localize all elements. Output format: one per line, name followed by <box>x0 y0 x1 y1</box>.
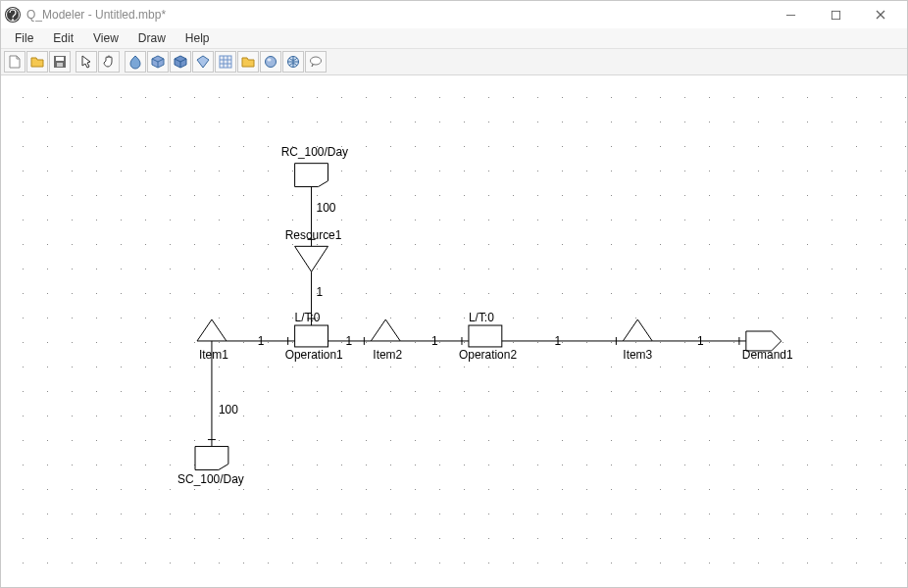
node-item1[interactable] <box>197 319 227 341</box>
node-item2[interactable] <box>371 319 400 341</box>
node-sc[interactable] <box>195 447 228 470</box>
toolbar-sphere-icon[interactable] <box>260 51 281 73</box>
menu-bar: File Edit View Draw Help <box>1 28 907 49</box>
menu-edit[interactable]: Edit <box>43 29 83 47</box>
label-op1: Operation1 <box>285 348 343 362</box>
node-op1[interactable] <box>295 325 328 347</box>
minimize-button[interactable] <box>768 1 813 28</box>
maximize-button[interactable] <box>813 1 858 28</box>
toolbar-shape-drop-icon[interactable] <box>125 51 146 73</box>
svg-point-11 <box>268 59 272 62</box>
edge-label-op2-item3: 1 <box>555 334 562 348</box>
node-resource[interactable] <box>295 246 328 271</box>
title-bar: Q_Modeler - Untitled.mbp* <box>1 1 907 28</box>
toolbar-open-button[interactable] <box>26 51 48 73</box>
svg-point-10 <box>266 57 277 68</box>
toolbar-pan-button[interactable] <box>98 51 120 73</box>
toolbar-globe-icon[interactable] <box>282 51 304 73</box>
edge-label-res-op1: 1 <box>317 285 324 299</box>
node-item3[interactable] <box>623 319 652 341</box>
svg-rect-9 <box>220 56 231 68</box>
close-button[interactable] <box>858 1 903 28</box>
label-sc: SC_100/Day <box>177 472 244 486</box>
toolbar-pointer-button[interactable] <box>76 51 97 73</box>
svg-rect-7 <box>56 57 64 61</box>
node-rc[interactable] <box>295 164 328 187</box>
svg-rect-3 <box>832 11 839 19</box>
menu-draw[interactable]: Draw <box>128 29 176 47</box>
edge-label-item1-op1: 1 <box>258 334 265 348</box>
app-icon <box>5 7 21 23</box>
toolbar-bubble-icon[interactable] <box>305 51 327 73</box>
menu-view[interactable]: View <box>83 29 128 47</box>
menu-help[interactable]: Help <box>176 29 220 47</box>
label-item3: Item3 <box>623 348 652 362</box>
toolbar <box>1 49 907 75</box>
edge-label-op1-item2: 1 <box>345 334 352 348</box>
edge-label-rc-res: 100 <box>317 201 336 215</box>
label-demand: Demand1 <box>742 348 793 362</box>
label-op1-lt: L/T:0 <box>295 311 321 324</box>
label-op2-lt: L/T:0 <box>469 311 494 324</box>
edge-label-item3-dem: 1 <box>697 334 704 348</box>
svg-rect-8 <box>57 63 63 67</box>
node-op2[interactable] <box>469 325 502 347</box>
edge-label-item1-sc: 100 <box>219 403 238 416</box>
label-item2: Item2 <box>373 348 402 362</box>
toolbar-folder-icon[interactable] <box>237 51 259 73</box>
toolbar-shape-cube1-icon[interactable] <box>147 51 169 73</box>
label-resource: Resource1 <box>285 228 342 242</box>
toolbar-save-button[interactable] <box>49 51 71 73</box>
label-item1: Item1 <box>199 348 228 362</box>
toolbar-shape-cube2-icon[interactable] <box>170 51 191 73</box>
toolbar-grid-icon[interactable] <box>215 51 236 73</box>
edge-label-item2-op2: 1 <box>431 334 438 348</box>
svg-point-13 <box>311 57 322 65</box>
menu-file[interactable]: File <box>5 29 43 47</box>
window-title: Q_Modeler - Untitled.mbp* <box>26 8 768 22</box>
label-rc: RC_100/Day <box>281 145 348 159</box>
canvas[interactable]: RC_100/Day Resource1 Item1 Operation1 It… <box>1 75 907 587</box>
toolbar-new-button[interactable] <box>4 51 25 73</box>
toolbar-shape-diamond-icon[interactable] <box>192 51 214 73</box>
label-op2: Operation2 <box>459 348 517 362</box>
svg-point-1 <box>12 19 14 21</box>
